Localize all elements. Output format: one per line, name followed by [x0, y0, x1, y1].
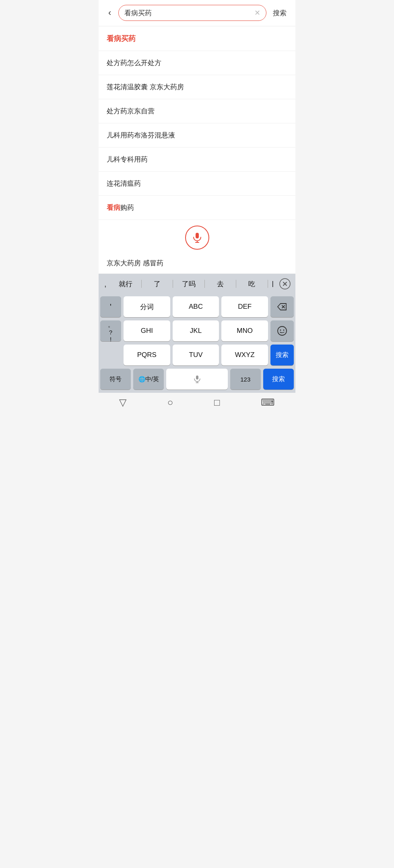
suggestion-text: 莲花清温胶囊 京东大药房	[107, 82, 184, 92]
symbol-key[interactable]: 符号	[100, 369, 131, 390]
punctuation-key-apostrophe[interactable]: '	[100, 296, 121, 317]
num-key[interactable]: 123	[230, 369, 261, 390]
lang-switch-key[interactable]: 🌐 中/英	[133, 369, 164, 390]
suggestion-item[interactable]: 连花清瘟药	[99, 172, 295, 196]
suggestions-list: 看病买药 处方药怎么开处方 莲花清温胶囊 京东大药房 处方药京东自营 儿科用药布…	[99, 27, 295, 274]
prediction-pipe: |	[270, 280, 275, 288]
globe-icon: 🌐	[138, 376, 145, 382]
keyboard-bottom-search-key[interactable]: 搜索	[263, 369, 294, 390]
prediction-word-1[interactable]: 就行	[112, 279, 139, 289]
suggestion-item[interactable]: 儿科用药布洛芬混悬液	[99, 123, 295, 148]
keyboard: , 就行 了 了吗 去 吃 | ' 分词	[99, 274, 295, 393]
backspace-key[interactable]	[270, 296, 294, 317]
divider	[141, 280, 142, 288]
spacer	[100, 345, 121, 365]
suggestion-red-part: 看病	[107, 203, 120, 212]
key-row-2: 。 ? ! GHI JKL MNO	[100, 320, 294, 341]
key-abc[interactable]: ABC	[173, 296, 219, 317]
svg-point-10	[283, 330, 285, 331]
voice-button[interactable]	[185, 226, 209, 250]
search-bar: ✕	[118, 5, 266, 21]
suggestion-item[interactable]: 京东大药房 感冒药	[99, 253, 295, 274]
bottom-row: 符号 🌐 中/英 123 搜索	[99, 366, 295, 393]
key-row-3: PQRS TUV WXYZ 搜索	[100, 345, 294, 365]
prediction-word-3[interactable]: 了吗	[175, 279, 202, 289]
suggestion-text: 处方药京东自营	[107, 107, 155, 116]
key-tuv[interactable]: TUV	[173, 345, 219, 365]
svg-point-9	[280, 330, 281, 331]
svg-point-8	[278, 326, 287, 335]
prediction-row: , 就行 了 了吗 去 吃 |	[99, 274, 295, 294]
search-button[interactable]: 搜索	[270, 7, 289, 19]
suggestion-item[interactable]: 儿科专科用药	[99, 148, 295, 172]
prediction-word-4[interactable]: 去	[207, 279, 234, 289]
header: ‹ ✕ 搜索	[99, 0, 295, 26]
key-row-1: ' 分词 ABC DEF	[100, 296, 294, 317]
space-key[interactable]	[166, 369, 227, 390]
suggestion-normal-part: 购药	[120, 203, 134, 212]
punctuation-key-multi[interactable]: 。 ? !	[100, 320, 121, 341]
suggestion-text: 连花清瘟药	[107, 179, 141, 188]
suggestion-text: 处方药怎么开处方	[107, 58, 161, 68]
key-def[interactable]: DEF	[221, 296, 268, 317]
keyboard-search-key[interactable]: 搜索	[270, 345, 294, 365]
nav-back-button[interactable]: ▽	[119, 397, 126, 408]
svg-rect-11	[196, 376, 198, 380]
suggestion-item[interactable]: 看病购药	[99, 196, 295, 220]
prediction-delete-button[interactable]	[278, 277, 292, 291]
key-wxyz[interactable]: WXYZ	[221, 345, 268, 365]
backspace-icon	[279, 278, 291, 289]
prediction-word-2[interactable]: 了	[144, 279, 171, 289]
prediction-word-5[interactable]: 吃	[239, 279, 265, 289]
suggestion-item[interactable]: 看病买药	[99, 27, 295, 51]
key-ghi[interactable]: GHI	[124, 320, 170, 341]
key-rows: ' 分词 ABC DEF 。	[99, 294, 295, 366]
suggestion-item[interactable]: 处方药京东自营	[99, 99, 295, 123]
divider	[204, 280, 205, 288]
search-input[interactable]	[124, 9, 252, 17]
suggestion-text: 儿科专科用药	[107, 155, 148, 164]
nav-recent-button[interactable]: □	[214, 397, 220, 408]
svg-rect-0	[196, 233, 199, 238]
suggestion-text: 看病买药	[107, 34, 136, 43]
key-jkl[interactable]: JKL	[173, 320, 219, 341]
suggestion-text: 京东大药房 感冒药	[107, 259, 163, 267]
emoji-key[interactable]	[270, 320, 294, 341]
nav-home-button[interactable]: ○	[167, 397, 173, 408]
suggestion-item[interactable]: 莲花清温胶囊 京东大药房	[99, 75, 295, 99]
clear-button[interactable]: ✕	[254, 8, 260, 17]
key-mno[interactable]: MNO	[221, 320, 268, 341]
divider	[236, 280, 236, 288]
emoji-icon	[277, 326, 287, 336]
suggestion-item[interactable]: 处方药怎么开处方	[99, 51, 295, 75]
nav-keyboard-button[interactable]: ⌨	[261, 397, 275, 408]
key-fenci[interactable]: 分词	[124, 296, 170, 317]
microphone-icon	[192, 232, 203, 243]
key-pqrs[interactable]: PQRS	[124, 345, 170, 365]
divider	[268, 280, 268, 288]
space-microphone-icon	[193, 375, 201, 383]
back-button[interactable]: ‹	[105, 6, 114, 20]
prediction-comma: ,	[102, 278, 110, 290]
divider	[173, 280, 173, 288]
backspace-icon	[277, 303, 287, 311]
voice-area	[99, 220, 295, 253]
suggestion-text: 儿科用药布洛芬混悬液	[107, 131, 175, 140]
nav-bar: ▽ ○ □ ⌨	[99, 393, 295, 414]
